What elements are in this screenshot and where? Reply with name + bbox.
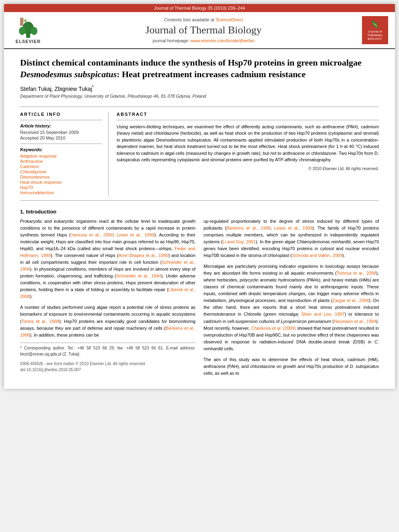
- keywords-label: Keywords:: [20, 147, 102, 152]
- header-center: Contents lists available at ScienceDirec…: [46, 17, 361, 43]
- ref-zargar[interactable]: Zargar et al., 2006: [333, 298, 369, 303]
- tb-badge-line1: Journal of: [368, 30, 382, 33]
- homepage-url[interactable]: www.elsevier.com/locate/jtherbio: [191, 38, 255, 43]
- keyword-7: Hsp70: [20, 185, 102, 190]
- affiliation: Department of Plant Physiology, Universi…: [20, 94, 379, 99]
- intro-para-1: Prokaryotic and eukaryotic organisms rea…: [20, 218, 195, 300]
- history-label: Article history:: [20, 123, 102, 128]
- journal-homepage: journal homepage: www.elsevier.com/locat…: [46, 38, 361, 43]
- article-title: Distinct chemical contaminants induce th…: [20, 57, 379, 80]
- keyword-2: Anthracene: [20, 159, 102, 164]
- divider-1: [20, 120, 102, 120]
- article-info-column: ARTICLE INFO Article history: Received 1…: [20, 112, 109, 195]
- authors-line: Stefan Tukaj, Zbigniew Tukaj*: [20, 85, 379, 92]
- ref-bierkens-1998b[interactable]: Bierkens et al., 1998: [226, 226, 271, 230]
- keyword-1: Adaptive response: [20, 154, 102, 158]
- species-italic-5: D. subspicatus: [350, 364, 379, 369]
- tb-badge-box: 🦎 Journal of THERMAL BIOLOGY: [362, 16, 388, 44]
- keyword-3: Cadmium: [20, 164, 102, 169]
- ref-amir[interactable]: Amir-Shapira et al., 1990: [118, 253, 168, 258]
- article-info-heading: ARTICLE INFO: [20, 112, 102, 117]
- footnote-area: * Corresponding author. Tel.: +48 58 523…: [20, 343, 195, 357]
- accepted-date: Accepted 20 May 2010: [20, 136, 102, 140]
- copyright-line: © 2010 Elsevier Ltd. All rights reserved…: [117, 166, 379, 171]
- keyword-6: Heat shock response: [20, 180, 102, 185]
- page: Journal of Thermal Biology 35 (2010) 239…: [4, 4, 395, 389]
- intro-para-2: A number of studies performed using alga…: [20, 304, 195, 338]
- ref-neumann[interactable]: Neumann et al., 1994: [334, 319, 376, 324]
- keyword-8: Immunodetection: [20, 190, 102, 195]
- main-content: Distinct chemical contaminants induce th…: [4, 49, 395, 389]
- homepage-label: journal homepage:: [152, 38, 189, 43]
- svg-point-2: [19, 27, 25, 35]
- svg-text:🌿: 🌿: [23, 19, 27, 23]
- contents-line: Contents lists available at ScienceDirec…: [46, 17, 361, 22]
- ref-yamuna[interactable]: Yamuna et al., 2000: [71, 232, 113, 237]
- intro-para-5: The aim of this study was to determine t…: [204, 356, 379, 377]
- ref-torresa[interactable]: Torresa et al., 2008: [337, 271, 376, 275]
- received-date: Received 15 September 2009: [20, 130, 102, 135]
- ref-lewis-1999[interactable]: Lewis et al., 1999: [117, 232, 154, 237]
- species-italic-2: Chlorella: [244, 312, 261, 316]
- elsevier-tree-icon: 🌿: [16, 17, 40, 39]
- ref-feder[interactable]: Feder and Hofmann, 1999: [20, 246, 195, 258]
- abstract-heading: ABSTRACT: [117, 112, 379, 117]
- abstract-divider: [117, 120, 379, 120]
- divider-2: [20, 144, 102, 144]
- ref-torres-2008[interactable]: Torres et al., 2008: [22, 319, 60, 324]
- abstract-column: ABSTRACT Using western-blotting techniqu…: [117, 112, 379, 195]
- issn-line: 0306-4565/$ - see front matter © 2010 El…: [20, 361, 195, 373]
- ref-li-guy[interactable]: Li and Guy, 2001: [222, 239, 256, 244]
- body-two-col: Prokaryotic and eukaryotic organisms rea…: [20, 218, 379, 381]
- intro-para-4: Microalgae are particularly promising in…: [204, 263, 379, 352]
- species-italic-1: Chlamydomonas reinhardtii: [297, 239, 351, 244]
- ref-schroda[interactable]: Schroda and Vallon, 2009: [292, 253, 343, 258]
- body-left-col: Prokaryotic and eukaryotic organisms rea…: [20, 218, 195, 381]
- ref-chankova[interactable]: Chankova et al. (2009): [251, 326, 296, 331]
- body-right-col: up-regulated proportionately to the degr…: [204, 218, 379, 381]
- intro-para-3: up-regulated proportionately to the degr…: [204, 218, 379, 259]
- ref-schneider-1994b[interactable]: Schneider et al., 1994: [116, 273, 161, 278]
- contents-label: Contents lists available at: [164, 17, 214, 22]
- ref-bierkens-1998a[interactable]: Bierkens et al., 1998: [20, 326, 195, 337]
- keyword-5: Desmodesmus: [20, 175, 102, 179]
- tb-badge-line3: BIOLOGY: [368, 37, 382, 41]
- journal-bar: Journal of Thermal Biology 35 (2010) 239…: [4, 4, 395, 12]
- title-end: : Heat pretreatment increases cadmium re…: [117, 69, 305, 79]
- species-italic-4: C. reinhardtii: [204, 339, 379, 351]
- ref-lewis-1999b[interactable]: Lewis et al., 1999: [274, 226, 313, 230]
- ref-schneider-1994a[interactable]: Schneider et al., 1994: [20, 260, 195, 271]
- footnote-text: * Corresponding author. Tel.: +48 58 523…: [20, 345, 195, 357]
- elsevier-wordmark: ELSEVIER: [16, 39, 41, 44]
- corresponding-author-marker: *: [92, 85, 94, 89]
- tb-badge-icon: 🦎: [370, 20, 379, 29]
- journal-title-main: Journal of Thermal Biology: [46, 24, 361, 36]
- species-italic-3: Lycopersicon peruvianum: [281, 319, 331, 324]
- abstract-text: Using western-blotting techniques, we ex…: [117, 123, 379, 163]
- article-info-abstract-section: ARTICLE INFO Article history: Received 1…: [20, 107, 379, 201]
- header-section: 🌿 ELSEVIER Contents lists available at S…: [4, 12, 395, 49]
- authors-text: Stefan Tukaj, Zbigniew Tukaj: [20, 86, 92, 92]
- journal-bar-text: Journal of Thermal Biology 35 (2010) 239…: [154, 6, 245, 10]
- keyword-4: Chloridazone: [20, 169, 102, 174]
- ref-liberek[interactable]: Liberek et al., 2008: [20, 287, 195, 299]
- introduction-heading: 1. Introduction: [20, 209, 379, 215]
- keywords-list: Adaptive response Anthracene Cadmium Chl…: [20, 154, 102, 195]
- svg-rect-4: [20, 18, 23, 26]
- sciencedirect-link[interactable]: ScienceDirect: [216, 17, 243, 22]
- thermal-biology-badge: 🦎 Journal of THERMAL BIOLOGY: [361, 16, 389, 44]
- svg-point-3: [31, 27, 37, 35]
- ref-shen-lee[interactable]: Shen and Lee, 1997: [301, 312, 344, 316]
- title-text: Distinct chemical contaminants induce th…: [20, 58, 362, 68]
- title-italic: Desmodesmus subspicatus: [20, 69, 117, 79]
- tb-badge-line2: THERMAL: [367, 33, 383, 37]
- elsevier-logo: 🌿 ELSEVIER: [10, 17, 46, 44]
- doi-text: doi:10.1016/j.jtherbio.2010.05.007: [20, 368, 81, 372]
- issn-text: 0306-4565/$ - see front matter © 2010 El…: [20, 362, 146, 366]
